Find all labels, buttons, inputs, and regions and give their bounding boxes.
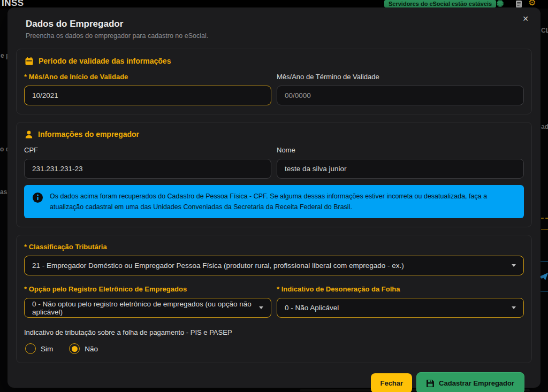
- inicio-validade-input[interactable]: [24, 86, 271, 105]
- cadastrar-button-label: Cadastrar Empregador: [439, 379, 514, 387]
- desoneracao-label: * Indicativo de Desoneração da Folha: [277, 285, 524, 293]
- section-title: Informações do empregador: [38, 130, 139, 139]
- background-divider-fragment: [541, 229, 548, 230]
- info-icon: [33, 193, 43, 203]
- close-icon[interactable]: ✕: [522, 15, 529, 22]
- pis-pasep-radio-group: Sim Não: [24, 343, 524, 354]
- pis-pasep-label: Indicativo de tributação sobre a folha d…: [24, 328, 524, 336]
- radio-sim-circle: [25, 343, 36, 354]
- background-text-fragment: ad: [541, 123, 548, 130]
- chevron-down-icon: [259, 306, 263, 309]
- page-title: Dados do Empregador: [26, 19, 522, 29]
- cpf-label: CPF: [24, 146, 271, 154]
- person-icon: [25, 130, 33, 139]
- card-periodo-validade: Período de validade das informações * Mê…: [16, 49, 532, 114]
- background-divider-fragment: [541, 218, 548, 219]
- fechar-button[interactable]: Fechar: [371, 373, 412, 392]
- classificacao-selected-value: 21 - Empregador Doméstico ou Empregador …: [32, 262, 404, 270]
- chevron-down-icon: [512, 264, 516, 267]
- paper-plane-icon: [539, 273, 548, 280]
- desoneracao-select[interactable]: 0 - Não Aplicável: [277, 298, 524, 318]
- classificacao-select[interactable]: 21 - Empregador Doméstico ou Empregador …: [24, 256, 524, 275]
- card-classificacao-tributaria: * Classificação Tributária 21 - Empregad…: [16, 235, 532, 363]
- classificacao-label: * Classificação Tributária: [24, 243, 524, 251]
- termino-validade-label: Mês/Ano de Término de Validade: [277, 73, 524, 81]
- cadastrar-empregador-button[interactable]: Cadastrar Empregador: [416, 372, 524, 392]
- cpf-info-alert: Os dados acima foram recuperados do Cada…: [24, 185, 524, 218]
- modal-header: Dados do Empregador Preencha os dados do…: [7, 7, 541, 40]
- registro-eletronico-label: * Opção pelo Registro Eletrônico de Empr…: [24, 285, 271, 293]
- alert-text: Os dados acima foram recuperados do Cada…: [50, 191, 515, 212]
- inicio-validade-label: * Mês/Ano de Início de Validade: [24, 73, 271, 81]
- radio-nao[interactable]: Não: [69, 343, 98, 354]
- section-title: Período de validade das informações: [39, 57, 171, 65]
- registro-selected-value: 0 - Não optou pelo registro eletrônico d…: [32, 300, 254, 316]
- termino-validade-input[interactable]: [277, 86, 524, 105]
- card-informacoes-empregador: Informações do empregador CPF Nome Os da…: [16, 122, 532, 227]
- nome-input[interactable]: [277, 159, 524, 179]
- esocial-status-badge: Servidores do eSocial estão estáveis: [384, 0, 496, 7]
- background-text-fragment: CL: [541, 27, 548, 34]
- desoneracao-selected-value: 0 - Não Aplicável: [285, 304, 339, 312]
- radio-nao-label: Não: [85, 345, 98, 353]
- modal-footer: Fechar Cadastrar Empregador: [7, 372, 524, 392]
- radio-sim-label: Sim: [41, 345, 53, 353]
- nome-label: Nome: [277, 146, 524, 154]
- chevron-down-icon: [512, 306, 516, 309]
- background-text-fragment: as: [0, 188, 7, 196]
- radio-sim[interactable]: Sim: [25, 343, 53, 354]
- registro-eletronico-select[interactable]: 0 - Não optou pelo registro eletrônico d…: [24, 298, 271, 318]
- calendar-icon: [25, 57, 33, 65]
- section-heading-periodo: Período de validade das informações: [24, 56, 524, 65]
- modal-subtitle: Preencha os dados do empregador para cad…: [26, 32, 522, 40]
- cpf-input[interactable]: [24, 159, 271, 179]
- save-icon: [427, 380, 434, 387]
- section-heading-informacoes: Informações do empregador: [24, 129, 524, 139]
- dados-empregador-modal: ✕ Dados do Empregador Preencha os dados …: [7, 7, 541, 388]
- radio-nao-circle: [69, 343, 80, 354]
- gear-icon[interactable]: ⚙: [528, 0, 536, 7]
- status-globe-icon[interactable]: [497, 0, 504, 7]
